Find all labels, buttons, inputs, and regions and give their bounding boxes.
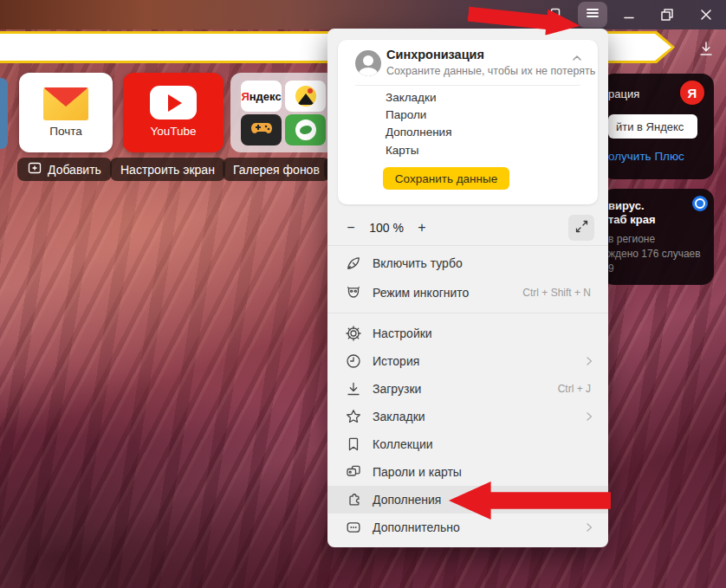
save-data-button[interactable]: Сохранить данные <box>383 167 509 190</box>
mail-icon <box>43 87 88 120</box>
menu-item-turbo[interactable]: Включить турбо <box>327 249 608 278</box>
tile-youtube[interactable]: YouTube <box>123 73 224 152</box>
close-icon[interactable] <box>697 6 715 23</box>
zoom-in-button[interactable]: + <box>409 220 435 236</box>
gallery-label: Галерея фонов <box>233 163 320 177</box>
bookmark-icon <box>345 436 362 453</box>
gear-icon <box>345 325 362 342</box>
add-tile-button[interactable]: Добавить <box>17 158 112 181</box>
restore-icon[interactable] <box>658 6 676 23</box>
zoom-out-button[interactable]: − <box>338 220 364 236</box>
news-widget[interactable]: вирус. таб края в регионе ждено 176 случ… <box>602 189 714 285</box>
tile-games[interactable] <box>241 114 282 145</box>
tile-yandex[interactable]: Яндекс <box>241 81 282 112</box>
youtube-play-icon <box>150 86 197 120</box>
browser-menu-button[interactable] <box>578 2 607 28</box>
minimize-icon[interactable] <box>620 6 638 23</box>
menu-item-history[interactable]: История <box>327 347 608 375</box>
yandex-logo-icon: Я <box>680 81 704 105</box>
menu-item-downloads[interactable]: Загрузки Ctrl + J <box>327 375 608 403</box>
sync-link-extensions[interactable]: Дополнения <box>386 123 451 140</box>
menu-item-settings[interactable]: Настройки <box>327 320 608 347</box>
sync-subtitle: Сохраните данные, чтобы их не потерять <box>386 65 595 77</box>
chevron-right-icon <box>582 354 608 368</box>
clock-icon <box>345 352 362 370</box>
sync-link-bookmarks[interactable]: Закладки <box>386 88 436 106</box>
tile-images[interactable] <box>285 81 326 112</box>
menu-item-label: Дополнительно <box>373 520 460 534</box>
news-body-line1: в регионе <box>608 233 655 245</box>
customize-label: Настроить экран <box>120 163 215 177</box>
green-app-icon <box>295 120 316 140</box>
menu-item-bookmarks[interactable]: Закладки <box>327 403 608 430</box>
titlebar <box>0 0 726 29</box>
login-yandex-button[interactable]: йти в Яндекс <box>608 114 697 139</box>
menu-item-label: Пароли и карты <box>373 465 462 479</box>
menu-item-label: Загрузки <box>373 382 421 396</box>
yandex-rest: ндекс <box>250 90 282 103</box>
images-icon <box>295 86 316 107</box>
chevron-right-icon <box>582 520 608 534</box>
sync-section: Синхронизация Сохраните данные, чтобы их… <box>338 40 598 204</box>
menu-item-label: История <box>373 354 419 368</box>
yandex-letter: Я <box>241 90 249 103</box>
background-gallery-button[interactable]: Галерея фонов <box>223 158 330 181</box>
fullscreen-button[interactable] <box>568 215 594 241</box>
news-body-line2: ждено 176 случаев <box>608 248 701 260</box>
chevron-right-icon <box>582 410 608 423</box>
gamepad-icon <box>250 120 274 140</box>
menu-item-label: Включить турбо <box>373 256 463 270</box>
menu-item-collections[interactable]: Коллекции <box>327 430 608 458</box>
chevron-up-icon[interactable] <box>570 51 584 65</box>
tile-mail[interactable]: Почта <box>19 73 113 152</box>
hamburger-icon <box>585 5 600 24</box>
sync-title: Синхронизация <box>386 48 484 61</box>
yandex-auth-widget: рация Я йти в Яндекс олучить Плюс <box>602 74 714 179</box>
zoom-controls: − 100 % + <box>327 210 608 245</box>
divider <box>327 313 608 313</box>
tile-partial-left[interactable] <box>0 78 8 149</box>
tile-green-app[interactable] <box>285 114 326 145</box>
key-card-icon <box>345 463 362 481</box>
divider <box>355 85 580 86</box>
browser-menu-panel: Синхронизация Сохраните данные, чтобы их… <box>327 29 608 547</box>
star-icon <box>345 408 362 425</box>
menu-item-label: Режим инкогнито <box>373 286 469 300</box>
news-title-line2: таб края <box>608 213 656 226</box>
add-tile-label: Добавить <box>48 163 101 177</box>
auth-widget-title: рация <box>608 87 639 100</box>
tile-group: Яндекс <box>230 73 336 152</box>
news-body-line3: 9 <box>608 262 614 275</box>
menu-item-more[interactable]: Дополнительно <box>327 514 608 541</box>
news-target-icon <box>692 196 708 211</box>
menu-item-incognito[interactable]: Режим инкогнито Ctrl + Shift + N <box>327 278 608 307</box>
add-plus-icon <box>28 161 42 178</box>
zoom-value: 100 % <box>364 221 409 235</box>
tile-mail-label: Почта <box>19 125 113 138</box>
rocket-icon <box>345 255 362 272</box>
download-arrow-icon <box>345 380 362 397</box>
menu-item-label: Закладки <box>373 410 425 423</box>
menu-item-passwords[interactable]: Пароли и карты <box>327 458 608 486</box>
tile-youtube-label: YouTube <box>123 125 224 138</box>
menu-item-label: Настройки <box>373 326 432 340</box>
download-icon[interactable] <box>697 39 716 58</box>
news-title-line1: вирус. <box>608 199 645 212</box>
more-ellipsis-icon <box>345 519 362 536</box>
avatar <box>355 50 381 76</box>
sync-link-passwords[interactable]: Пароли <box>386 106 426 123</box>
get-plus-link[interactable]: олучить Плюс <box>608 150 684 163</box>
menu-item-label: Коллекции <box>373 437 433 451</box>
expand-icon <box>574 219 589 237</box>
incognito-mask-icon <box>345 284 362 301</box>
menu-item-label: Дополнения <box>373 493 441 507</box>
sync-link-maps[interactable]: Карты <box>386 141 418 158</box>
yandex-browser-window: Почта YouTube Яндекс Добавить Настроить … <box>0 0 726 588</box>
puzzle-icon <box>345 491 362 508</box>
customize-screen-button[interactable]: Настроить экран <box>110 158 225 181</box>
divider <box>327 245 608 246</box>
shortcut-label: Ctrl + J <box>558 383 608 395</box>
shortcut-label: Ctrl + Shift + N <box>522 287 608 299</box>
